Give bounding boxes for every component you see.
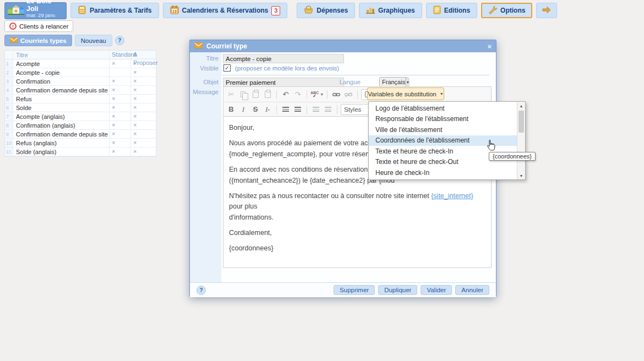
numbered-list-icon[interactable] [280, 104, 291, 115]
clients-a-relancer-button[interactable]: ! Clients à relancer [4, 20, 73, 32]
row-titre: Solde [13, 103, 109, 112]
redo-icon[interactable]: ↷ [292, 89, 303, 100]
indent-icon[interactable] [323, 104, 334, 115]
footer-button[interactable]: Valider [421, 285, 452, 295]
toolbar-next-arrow-button[interactable] [536, 3, 557, 18]
footer-button[interactable]: Dupliquer [378, 285, 417, 295]
unlink-icon[interactable] [343, 89, 354, 100]
row-titre: Refus [13, 95, 109, 103]
table-row[interactable]: 5 Refus × × [5, 95, 156, 103]
table-row[interactable]: 9 Confirmation demande depuis site (angl… [5, 130, 156, 139]
toolbar-separator [276, 105, 277, 114]
toolbar-button-parametres[interactable]: Paramètres & Tarifs [70, 3, 159, 18]
objet-field-label: Objet [190, 79, 219, 85]
cut-icon[interactable]: ✂ [226, 89, 237, 100]
panel-help-button[interactable]: ? [115, 36, 124, 45]
strikethrough-icon[interactable]: S [250, 104, 261, 115]
header-proposer[interactable]: A Proposer [130, 51, 156, 59]
titre-input[interactable] [223, 54, 344, 63]
scrollbar-thumb[interactable] [519, 111, 524, 133]
dropdown-item[interactable]: Ville de l'établissement [369, 124, 517, 135]
row-standard-flag: × [109, 77, 130, 85]
table-row[interactable]: 6 Solde × × [5, 103, 156, 112]
toolbar-button-graphiques[interactable]: Graphiques [359, 3, 422, 18]
body-paragraph: Cordialement, [229, 228, 485, 238]
remove-format-icon[interactable]: Ix [262, 104, 273, 115]
variables-substitution-button[interactable]: Variables de substitution ▼ [367, 87, 444, 100]
table-row[interactable]: 11 Solde (anglais) × × [5, 147, 156, 156]
body-paragraph: N'hésitez pas à nous recontacter ou à co… [229, 191, 485, 223]
checkmark-icon: ✓ [225, 65, 229, 71]
scroll-up-icon[interactable]: ▲ [517, 102, 525, 110]
spellcheck-icon[interactable]: ABC✓▼ [310, 89, 324, 100]
copy-icon[interactable] [238, 89, 249, 100]
site-internet-link[interactable]: {site_internet} [431, 192, 473, 200]
header-gutter [5, 51, 13, 59]
table-row[interactable]: 10 Refus (anglais) × × [5, 139, 156, 147]
row-titre: Confirmation [13, 77, 109, 85]
paste-icon[interactable] [250, 89, 261, 100]
toolbar-button-depenses[interactable]: Dépenses [297, 3, 355, 18]
langue-select[interactable]: Français ▼ [379, 77, 408, 87]
row-standard-flag [109, 68, 130, 76]
footer-button[interactable]: Supprimer [334, 285, 375, 295]
dropdown-scrollbar[interactable]: ▲ ▼ [517, 102, 525, 179]
close-icon[interactable]: × [487, 43, 492, 50]
row-titre: Acompte - copie [13, 68, 109, 76]
dropdown-item[interactable]: Responsable de l'établissement [369, 114, 517, 125]
visible-checkbox[interactable]: ✓ [223, 64, 231, 72]
body-paragraph: {coordonnees} [229, 243, 485, 254]
toolbar-button-options[interactable]: Options [481, 3, 532, 18]
toolbar-button-editions[interactable]: Editions [426, 3, 477, 18]
row-standard-flag: × [109, 147, 130, 156]
chevron-down-icon: ▼ [440, 92, 444, 96]
row-number: 1 [5, 59, 13, 68]
outdent-icon[interactable] [310, 104, 321, 115]
row-number: 8 [5, 121, 13, 129]
titre-field-label: Titre [190, 55, 219, 62]
table-row[interactable]: 3 Confirmation × × [5, 77, 156, 86]
dropdown-item-label: Coordonnées de l'établissement [375, 136, 470, 144]
basket-icon [304, 6, 313, 15]
table-row[interactable]: 8 Confirmation (anglais) × × [5, 121, 156, 130]
bold-icon[interactable]: B [226, 104, 237, 115]
objet-input[interactable] [223, 78, 344, 87]
nouveau-button-label: Nouveau [81, 37, 106, 44]
toolbar-separator [307, 90, 307, 99]
home-button[interactable]: Le Bois Joli mar. 29 janv. 2019 [4, 2, 67, 19]
scroll-down-icon[interactable]: ▼ [517, 172, 525, 179]
toolbar-separator [276, 90, 277, 99]
dropdown-item[interactable]: Logo de l'établissement [369, 103, 517, 114]
footer-button[interactable]: Annuler [455, 285, 489, 295]
header-standard[interactable]: Standard [109, 51, 130, 59]
toolbar-button-label: Paramètres & Tarifs [90, 7, 152, 14]
link-icon[interactable] [331, 89, 342, 100]
dialog-titlebar[interactable]: Courriel type × [190, 40, 496, 52]
row-standard-flag: × [109, 121, 130, 129]
paste-text-icon[interactable] [262, 89, 273, 100]
table-row[interactable]: 4 Confirmation demande depuis site × × [5, 86, 156, 95]
italic-icon[interactable]: I [238, 104, 249, 115]
dropdown-item-label: Texte et heure de check-Out [375, 158, 459, 166]
dialog-help-button[interactable]: ? [197, 286, 206, 295]
row-titre: Acompte [13, 59, 109, 68]
undo-icon[interactable]: ↶ [280, 89, 291, 100]
bullet-list-icon[interactable] [292, 104, 303, 115]
toolbar-button-calendriers[interactable]: 13 Calendriers & Réservations 3 [163, 3, 288, 18]
header-titre[interactable]: Titre [13, 51, 109, 59]
table-row[interactable]: 1 Acompte × × [5, 59, 156, 68]
body-text: N'hésitez pas à nous recontacter ou à co… [229, 192, 431, 200]
mouse-cursor [487, 140, 496, 154]
row-proposer-flag: × [130, 147, 156, 156]
row-titre: Confirmation demande depuis site (anglai… [13, 130, 109, 138]
langue-field-label: Langue [332, 79, 361, 85]
row-proposer-flag: × [130, 59, 156, 68]
nouveau-button[interactable]: Nouveau [75, 35, 112, 46]
templates-table: Titre Standard A Proposer 1 Acompte × × … [4, 50, 156, 157]
table-row[interactable]: 7 Acompte (anglais) × × [5, 112, 156, 121]
row-standard-flag: × [109, 86, 130, 94]
table-row[interactable]: 2 Acompte - copie × [5, 68, 156, 77]
help-icon: ? [118, 37, 121, 43]
dropdown-item[interactable]: Heure de check-In [369, 167, 517, 178]
tab-courriels-types[interactable]: Courriels types [4, 35, 72, 46]
